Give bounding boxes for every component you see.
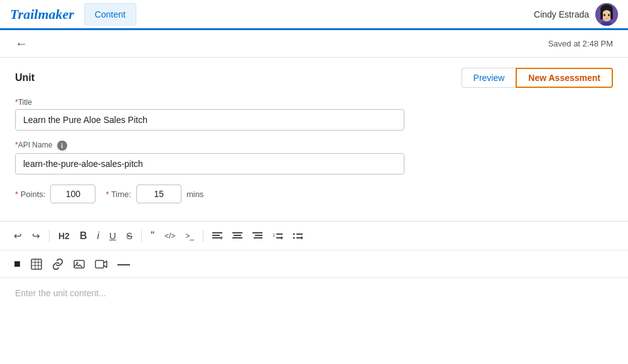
title-label: *Title	[15, 98, 613, 107]
svg-point-20	[293, 233, 295, 235]
code-button[interactable]: </>	[161, 229, 179, 243]
blockquote-button[interactable]: “	[147, 227, 158, 245]
api-name-field-group: *API Name i	[15, 141, 613, 174]
saved-status: Saved at 2:48 PM	[548, 39, 613, 48]
api-name-input[interactable]	[15, 153, 404, 174]
svg-text:1.: 1.	[273, 233, 276, 237]
toolbar-separator-1	[49, 230, 50, 242]
svg-point-30	[76, 262, 78, 264]
svg-rect-24	[31, 259, 41, 269]
avatar	[595, 3, 618, 26]
action-buttons: Preview New Assessment	[462, 68, 613, 88]
ordered-list-button[interactable]: 1.	[269, 229, 286, 243]
redo-button[interactable]: ↪	[28, 228, 44, 244]
back-button[interactable]: ←	[15, 36, 28, 51]
new-assessment-button[interactable]: New Assessment	[516, 68, 613, 88]
editor-toolbar-1: ↩ ↪ H2 B i U S “ </> >_ 1.	[0, 222, 628, 250]
time-label: * Time:	[106, 190, 131, 199]
svg-rect-7	[602, 22, 612, 26]
italic-button[interactable]: i	[93, 228, 103, 244]
video-button[interactable]	[91, 257, 111, 272]
points-required-mark: *	[15, 190, 18, 199]
toolbar-separator-3	[203, 230, 203, 242]
app-header: Trailmaker Content Cindy Estrada	[0, 0, 628, 30]
terminal-button[interactable]: >_	[181, 229, 198, 243]
unordered-list-button[interactable]	[289, 229, 306, 243]
underline-button[interactable]: U	[106, 228, 120, 244]
unit-label: Unit	[15, 72, 35, 83]
time-required-mark: *	[106, 190, 109, 199]
points-input[interactable]	[50, 185, 95, 203]
user-name: Cindy Estrada	[534, 9, 589, 19]
link-button[interactable]	[48, 256, 67, 272]
svg-rect-29	[74, 260, 84, 268]
svg-point-6	[608, 14, 610, 16]
main-content: Unit Preview New Assessment *Title *API …	[0, 58, 628, 213]
editor-content-area[interactable]: Enter the unit content...	[0, 278, 628, 328]
align-left-button[interactable]	[208, 229, 226, 243]
undo-button[interactable]: ↩	[10, 228, 26, 244]
sub-header: ← Saved at 2:48 PM	[0, 30, 628, 58]
svg-point-22	[293, 237, 295, 238]
header-left: Trailmaker Content	[10, 3, 136, 26]
align-right-button[interactable]	[249, 229, 266, 243]
svg-rect-3	[600, 11, 603, 19]
svg-point-2	[602, 10, 612, 21]
preview-button[interactable]: Preview	[462, 68, 516, 88]
section-header: Unit Preview New Assessment	[15, 68, 613, 88]
svg-point-5	[604, 14, 605, 16]
image-button[interactable]	[70, 256, 89, 272]
strikethrough-button[interactable]: S	[122, 228, 136, 244]
color-block-button[interactable]: ■	[10, 255, 24, 273]
h2-button[interactable]: H2	[55, 228, 73, 244]
svg-rect-4	[610, 11, 613, 19]
api-name-label: *API Name i	[15, 141, 613, 151]
time-input[interactable]	[136, 185, 181, 203]
divider-button[interactable]: —	[114, 254, 133, 274]
bold-button[interactable]: B	[76, 228, 91, 244]
title-input[interactable]	[15, 109, 404, 131]
points-label: * Points:	[15, 190, 45, 199]
content-nav-tab[interactable]: Content	[84, 3, 136, 26]
editor-placeholder: Enter the unit content...	[15, 288, 106, 298]
points-field: * Points:	[15, 185, 95, 203]
title-field-group: *Title	[15, 98, 613, 131]
align-center-button[interactable]	[229, 229, 246, 243]
toolbar-separator-2	[141, 230, 142, 242]
mins-label: mins	[187, 190, 203, 199]
api-name-info-icon[interactable]: i	[57, 141, 67, 151]
table-button[interactable]	[27, 256, 46, 272]
editor-toolbar-2: ■ —	[0, 250, 628, 278]
app-logo: Trailmaker	[10, 6, 74, 23]
points-time-row: * Points: * Time: mins	[15, 185, 613, 203]
time-field: * Time: mins	[106, 185, 203, 203]
svg-rect-31	[95, 260, 104, 268]
header-right: Cindy Estrada	[534, 3, 618, 26]
